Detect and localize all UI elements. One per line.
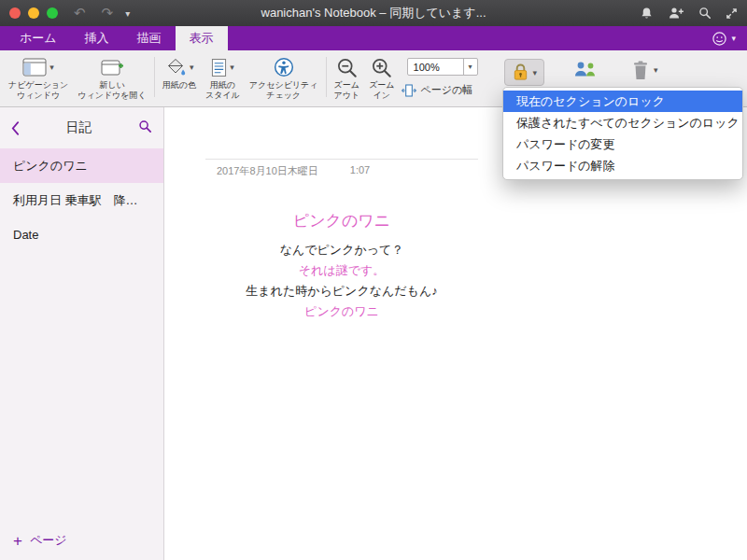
chevron-down-icon: ▾ <box>731 34 736 43</box>
accessibility-icon <box>274 57 294 77</box>
zoom-out-icon <box>336 57 358 78</box>
page-title-divider <box>205 159 478 160</box>
share-add-person-icon[interactable] <box>668 7 684 20</box>
search-pages-icon[interactable] <box>138 119 152 137</box>
page-list-sidebar: 日記 ピンクのワニ 利用月日 乗車駅 降… Date + ページ <box>0 107 164 560</box>
chevron-down-icon: ▾ <box>463 59 477 75</box>
password-protection-menu: 現在のセクションのロック 保護されたすべてのセクションのロック パスワードの変更… <box>502 87 743 180</box>
paper-color-button[interactable]: ▾ 用紙の色 <box>158 53 201 91</box>
notifications-bell-icon[interactable] <box>640 7 654 21</box>
paint-bucket-icon <box>164 57 187 77</box>
page-date: 2017年8月10日木曜日 <box>217 164 318 178</box>
note-text-line[interactable]: 生まれた時からピンクなんだもん♪ <box>187 281 497 301</box>
button-label: ナビゲーション <box>8 80 68 91</box>
window-title: wanichan's Notebook – 同期しています... <box>261 5 486 21</box>
titlebar-actions <box>640 7 738 21</box>
delete-trash-button[interactable]: ▾ <box>631 59 658 81</box>
expand-fullscreen-icon[interactable] <box>726 7 738 20</box>
zoom-in-button[interactable]: ズーム イン <box>364 53 399 101</box>
button-label: 用紙の色 <box>162 80 196 91</box>
section-title: 日記 <box>20 119 138 136</box>
button-label: チェック <box>266 91 301 101</box>
password-protection-button[interactable]: ▾ <box>504 59 545 86</box>
button-label: イン <box>374 91 390 101</box>
navigation-window-icon <box>22 58 47 77</box>
menu-item-change-password[interactable]: パスワードの変更 <box>503 133 742 155</box>
toolbar-separator <box>326 57 327 97</box>
tab-home[interactable]: ホーム <box>6 26 71 50</box>
chevron-down-icon[interactable]: ▾ <box>125 8 130 19</box>
note-text-line[interactable]: それは謎です。 <box>187 260 497 281</box>
menu-item-lock-current-section[interactable]: 現在のセクションのロック <box>503 91 742 112</box>
new-window-button[interactable]: 新しい ウィンドウを開く <box>73 53 150 101</box>
back-chevron-icon[interactable] <box>11 121 20 135</box>
add-page-label: ページ <box>30 532 67 549</box>
trash-icon <box>631 59 650 81</box>
accessibility-check-button[interactable]: アクセシビリティ チェック <box>245 53 323 101</box>
redo-icon[interactable]: ↷ <box>102 0 114 26</box>
page-date-row: 2017年8月10日木曜日 1:07 <box>217 164 370 178</box>
new-window-icon <box>100 58 124 77</box>
zoom-level-value: 100% <box>414 62 440 73</box>
feedback-smiley-button[interactable]: ▾ <box>712 26 736 50</box>
search-icon[interactable] <box>698 7 712 20</box>
note-text-line[interactable]: なんでピンクかって？ <box>187 240 497 260</box>
chevron-down-icon: ▾ <box>190 63 194 72</box>
paper-style-icon <box>211 58 227 77</box>
plus-icon: + <box>13 533 22 549</box>
ribbon-tabbar: ホーム 挿入 描画 表示 ▾ <box>0 26 747 50</box>
sidebar-header: 日記 <box>0 107 163 148</box>
zoom-controls: 100% ▾ ページの幅 <box>407 58 478 97</box>
page-time: 1:07 <box>350 164 370 178</box>
note-body: なんでピンクかって？ それは謎です。 生まれた時からピンクなんだもん♪ ピンクの… <box>187 240 497 322</box>
lock-icon <box>512 63 529 82</box>
share-people-button[interactable] <box>572 60 598 83</box>
toolbar-separator <box>154 57 155 97</box>
chevron-down-icon: ▾ <box>654 65 658 75</box>
navigation-window-button[interactable]: ▾ ナビゲーション ウィンドウ <box>4 53 73 101</box>
add-page-button[interactable]: + ページ <box>13 532 67 549</box>
zoom-level-combobox[interactable]: 100% ▾ <box>407 58 478 76</box>
undo-icon[interactable]: ↶ <box>74 0 86 26</box>
onenote-window: ↶ ↷ ▾ wanichan's Notebook – 同期しています... ホ… <box>0 0 747 560</box>
tab-draw[interactable]: 描画 <box>123 26 176 50</box>
button-label: 用紙の <box>210 80 235 91</box>
close-window-button[interactable] <box>9 7 21 19</box>
smiley-icon <box>712 31 727 47</box>
zoom-in-icon <box>371 57 392 78</box>
tab-view[interactable]: 表示 <box>176 26 228 50</box>
page-width-icon <box>402 84 416 97</box>
minimize-window-button[interactable] <box>28 7 39 19</box>
button-label: ページの幅 <box>421 83 473 97</box>
page-list-item[interactable]: Date <box>0 217 163 252</box>
button-label: アウト <box>334 91 360 101</box>
chevron-down-icon: ▾ <box>533 68 538 77</box>
zoom-out-button[interactable]: ズーム アウト <box>330 53 365 101</box>
menu-item-lock-all-protected-sections[interactable]: 保護されたすべてのセクションのロック <box>503 112 742 133</box>
button-label: 新しい <box>99 80 124 91</box>
note-text-line[interactable]: ピンクのワニ <box>187 301 497 322</box>
button-label: ウィンドウを開く <box>78 91 146 101</box>
menu-item-remove-password[interactable]: パスワードの解除 <box>503 155 742 176</box>
page-list-item[interactable]: 利用月日 乗車駅 降… <box>0 183 163 217</box>
people-icon <box>572 60 598 79</box>
fullscreen-window-button[interactable] <box>47 7 58 19</box>
chevron-down-icon: ▾ <box>49 63 54 72</box>
tab-insert[interactable]: 挿入 <box>71 26 123 50</box>
button-label: ウィンドウ <box>17 91 60 101</box>
fit-page-width-button[interactable]: ページの幅 <box>402 83 478 97</box>
button-label: スタイル <box>205 91 240 101</box>
titlebar: ↶ ↷ ▾ wanichan's Notebook – 同期しています... <box>0 0 747 26</box>
button-label: ズーム <box>334 80 359 91</box>
paper-style-button[interactable]: ▾ 用紙の スタイル <box>201 53 245 101</box>
page-list-item[interactable]: ピンクのワニ <box>0 148 163 183</box>
traffic-lights <box>9 7 58 19</box>
button-label: ズーム <box>369 80 394 91</box>
note-heading[interactable]: ピンクのワニ <box>205 210 478 231</box>
button-label: アクセシビリティ <box>249 80 318 91</box>
chevron-down-icon: ▾ <box>230 63 234 72</box>
